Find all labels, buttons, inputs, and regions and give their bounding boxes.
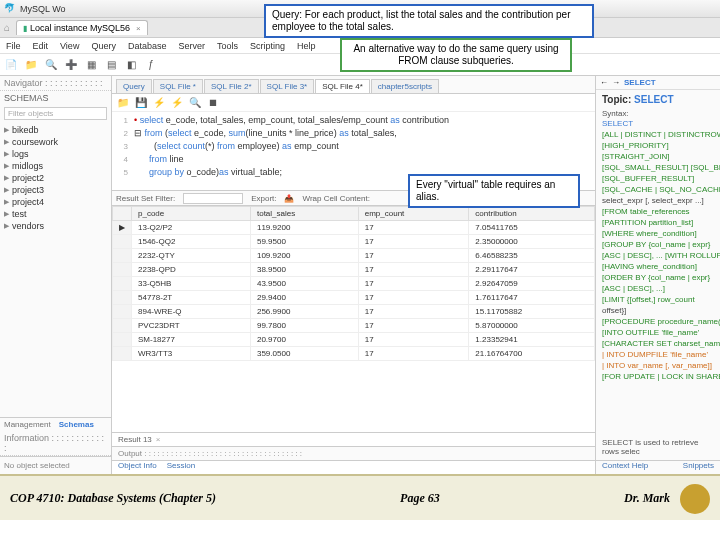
query-tab[interactable]: Query bbox=[116, 79, 152, 93]
syntax-content: SELECT[ALL | DISTINCT | DISTINCTROW][HIG… bbox=[596, 118, 720, 434]
query-tab[interactable]: SQL File 2* bbox=[204, 79, 259, 93]
schema-item[interactable]: ▶coursework bbox=[2, 136, 109, 148]
view-icon[interactable]: ◧ bbox=[124, 58, 138, 72]
schema-item[interactable]: ▶vendors bbox=[2, 220, 109, 232]
table-row[interactable]: 2238-QPD38.9500172.29117647 bbox=[113, 263, 595, 277]
info-tabs: Object Info Session bbox=[112, 460, 595, 474]
result-filter-input[interactable] bbox=[183, 193, 243, 204]
expand-icon[interactable]: ▶ bbox=[4, 210, 9, 218]
schema-item[interactable]: ▶midlogs bbox=[2, 160, 109, 172]
expand-icon[interactable]: ▶ bbox=[4, 162, 9, 170]
forward-icon[interactable]: → bbox=[612, 78, 620, 87]
result-table: p_code total_sales emp_count contributio… bbox=[112, 206, 595, 361]
callout-alias: Every "virtual" table requires an alias. bbox=[408, 174, 580, 208]
expand-icon[interactable]: ▶ bbox=[4, 174, 9, 182]
home-icon[interactable]: ⌂ bbox=[4, 22, 10, 33]
execute-icon[interactable]: ⚡ bbox=[152, 96, 166, 110]
new-sql-icon[interactable]: 📄 bbox=[4, 58, 18, 72]
select-label: SELECT bbox=[624, 78, 656, 87]
help-footer-tabs: Context Help Snippets bbox=[596, 460, 720, 474]
tab-schemas[interactable]: Schemas bbox=[55, 418, 98, 431]
execute-cursor-icon[interactable]: ⚡ bbox=[170, 96, 184, 110]
new-tab-icon[interactable]: ➕ bbox=[64, 58, 78, 72]
menu-file[interactable]: File bbox=[6, 41, 21, 51]
course-title: COP 4710: Database Systems (Chapter 5) bbox=[10, 491, 216, 506]
menu-database[interactable]: Database bbox=[128, 41, 167, 51]
table-row[interactable]: WR3/TT3359.05001721.16764700 bbox=[113, 347, 595, 361]
menu-tools[interactable]: Tools bbox=[217, 41, 238, 51]
main-area: Navigator : : : : : : : : : : : : SCHEMA… bbox=[0, 76, 720, 474]
result-grid[interactable]: p_code total_sales emp_count contributio… bbox=[112, 206, 595, 432]
result-tab-label[interactable]: Result 13 bbox=[118, 435, 152, 444]
menu-edit[interactable]: Edit bbox=[33, 41, 49, 51]
expand-icon[interactable]: ▶ bbox=[4, 186, 9, 194]
info-panel: No object selected bbox=[0, 456, 111, 474]
query-tabs: Query SQL File * SQL File 2* SQL File 3*… bbox=[112, 76, 595, 94]
schema-icon[interactable]: ▤ bbox=[104, 58, 118, 72]
callout-query: Query: For each product, list the total … bbox=[264, 4, 594, 38]
help-description: SELECT is used to retrieve rows selec bbox=[596, 434, 720, 460]
tab-context-help[interactable]: Context Help bbox=[602, 461, 648, 474]
export-icon[interactable]: 📤 bbox=[284, 194, 294, 203]
menu-query[interactable]: Query bbox=[91, 41, 116, 51]
navigator-header: Navigator : : : : : : : : : : : : bbox=[0, 76, 111, 91]
schema-item[interactable]: ▶project4 bbox=[2, 196, 109, 208]
wrap-label: Wrap Cell Content: bbox=[302, 194, 369, 203]
query-tab-active[interactable]: SQL File 4* bbox=[315, 79, 370, 93]
expand-icon[interactable]: ▶ bbox=[4, 126, 9, 134]
query-tab[interactable]: SQL File 3* bbox=[260, 79, 315, 93]
tab-session[interactable]: Session bbox=[167, 461, 195, 474]
app-icon: 🐬 bbox=[4, 3, 16, 15]
expand-icon[interactable]: ▶ bbox=[4, 222, 9, 230]
close-icon[interactable]: × bbox=[136, 24, 141, 33]
menu-server[interactable]: Server bbox=[178, 41, 205, 51]
col-header[interactable]: total_sales bbox=[250, 207, 358, 221]
result-footer: Result 13 × bbox=[112, 432, 595, 446]
tab-snippets[interactable]: Snippets bbox=[683, 461, 714, 474]
open-icon[interactable]: 📁 bbox=[116, 96, 130, 110]
schema-item[interactable]: ▶project3 bbox=[2, 184, 109, 196]
query-tab[interactable]: chapter5scripts bbox=[371, 79, 439, 93]
schema-item[interactable]: ▶project2 bbox=[2, 172, 109, 184]
query-tab[interactable]: SQL File * bbox=[153, 79, 203, 93]
back-icon[interactable]: ← bbox=[600, 78, 608, 87]
stop-icon[interactable]: ⏹ bbox=[206, 96, 220, 110]
save-icon[interactable]: 💾 bbox=[134, 96, 148, 110]
col-header[interactable]: p_code bbox=[132, 207, 251, 221]
help-panel: ← → SELECT Topic: SELECT Syntax: SELECT[… bbox=[596, 76, 720, 474]
table-row[interactable]: 33-Q5HB43.9500172.92647059 bbox=[113, 277, 595, 291]
schema-item[interactable]: ▶logs bbox=[2, 148, 109, 160]
schema-item[interactable]: ▶bikedb bbox=[2, 124, 109, 136]
expand-icon[interactable]: ▶ bbox=[4, 138, 9, 146]
menu-scripting[interactable]: Scripting bbox=[250, 41, 285, 51]
ucf-logo-icon bbox=[680, 484, 710, 514]
filter-input[interactable]: Filter objects bbox=[4, 107, 107, 120]
tab-management[interactable]: Management bbox=[0, 418, 55, 431]
table-data-icon[interactable]: ▦ bbox=[84, 58, 98, 72]
expand-icon[interactable]: ▶ bbox=[4, 198, 9, 206]
inspector-icon[interactable]: 🔍 bbox=[44, 58, 58, 72]
table-row[interactable]: ▶13-Q2/P2119.9200177.05411765 bbox=[113, 221, 595, 235]
connection-tab[interactable]: ▮ Local instance MySQL56 × bbox=[16, 20, 148, 35]
table-row[interactable]: 54778-2T29.9400171.76117647 bbox=[113, 291, 595, 305]
close-icon[interactable]: × bbox=[156, 435, 161, 444]
open-sql-icon[interactable]: 📁 bbox=[24, 58, 38, 72]
center-panel: Query SQL File * SQL File 2* SQL File 3*… bbox=[112, 76, 596, 474]
expand-icon[interactable]: ▶ bbox=[4, 150, 9, 158]
col-header[interactable]: contribution bbox=[469, 207, 595, 221]
table-row[interactable]: 1546-QQ259.9500172.35000000 bbox=[113, 235, 595, 249]
table-row[interactable]: SM-1827720.9700171.23352941 bbox=[113, 333, 595, 347]
tab-object-info[interactable]: Object Info bbox=[118, 461, 157, 474]
menu-view[interactable]: View bbox=[60, 41, 79, 51]
col-header[interactable]: emp_count bbox=[358, 207, 469, 221]
help-topic: Topic: SELECT bbox=[596, 90, 720, 109]
schema-item[interactable]: ▶test bbox=[2, 208, 109, 220]
output-bar: Output : : : : : : : : : : : : : : : : :… bbox=[112, 446, 595, 460]
menu-help[interactable]: Help bbox=[297, 41, 316, 51]
table-row[interactable]: 894-WRE-Q256.99001715.11705882 bbox=[113, 305, 595, 319]
explain-icon[interactable]: 🔍 bbox=[188, 96, 202, 110]
table-row[interactable]: 2232-QTY109.9200176.46588235 bbox=[113, 249, 595, 263]
slide-footer: COP 4710: Database Systems (Chapter 5) P… bbox=[0, 474, 720, 520]
routine-icon[interactable]: ƒ bbox=[144, 58, 158, 72]
table-row[interactable]: PVC23DRT99.7800175.87000000 bbox=[113, 319, 595, 333]
